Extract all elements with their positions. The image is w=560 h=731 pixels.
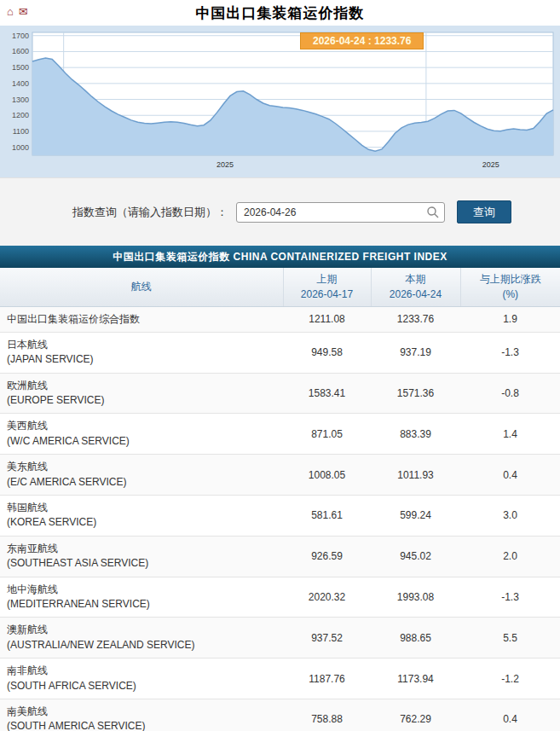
route-name-cell: 美西航线(W/C AMERICA SERVICE) [0, 414, 283, 455]
col-header-change: 与上期比涨跌(%) [460, 268, 560, 306]
table-header-row: 航线 上期2026-04-17 本期2026-04-24 与上期比涨跌(%) [0, 268, 560, 306]
route-name-cell: 欧洲航线(EUROPE SERVICE) [0, 373, 283, 414]
home-icon[interactable]: ⌂ [7, 4, 14, 20]
curr-index-cell: 937.19 [371, 332, 460, 373]
col-header-curr: 本期2026-04-24 [371, 268, 460, 306]
svg-text:1200: 1200 [12, 111, 29, 119]
change-pct-cell: 0.4 [460, 699, 560, 731]
prev-index-cell: 1187.76 [283, 658, 371, 699]
route-name-cell: 澳新航线(AUSTRALIA/NEW ZEALAND SERVICE) [0, 618, 283, 658]
prev-index-cell: 1008.05 [283, 455, 371, 496]
index-query-section: 指数查询（请输入指数日期）： 查询 [0, 177, 560, 246]
prev-index-cell: 758.88 [283, 699, 371, 731]
prev-index-cell: 1211.08 [283, 306, 371, 332]
svg-text:1400: 1400 [12, 79, 29, 88]
table-row: 南美航线(SOUTH AMERICA SERVICE)758.88762.290… [0, 699, 560, 731]
prev-index-cell: 871.05 [283, 414, 371, 455]
change-pct-cell: -1.3 [460, 577, 560, 618]
route-name-cell: 地中海航线(MEDITERRANEAN SERVICE) [0, 577, 283, 618]
curr-index-cell: 945.02 [371, 536, 460, 577]
curr-index-cell: 1011.93 [371, 455, 460, 496]
table-row: 东南亚航线(SOUTHEAST ASIA SERVICE)926.59945.0… [0, 536, 560, 577]
top-left-icons: ⌂ ✉ [7, 4, 28, 20]
route-name-cell: 中国出口集装箱运价综合指数 [0, 306, 283, 332]
table-row: 美西航线(W/C AMERICA SERVICE)871.05883.391.4 [0, 414, 560, 455]
curr-index-cell: 988.65 [371, 618, 460, 658]
prev-index-cell: 937.52 [283, 618, 371, 658]
route-name-cell: 日本航线(JAPAN SERVICE) [0, 332, 283, 373]
table-row: 地中海航线(MEDITERRANEAN SERVICE)2020.321993.… [0, 577, 560, 618]
route-name-cell: 南非航线(SOUTH AFRICA SERVICE) [0, 658, 283, 699]
table-row: 欧洲航线(EUROPE SERVICE)1583.411571.36-0.8 [0, 373, 560, 414]
table-title-banner: 中国出口集装箱运价指数 CHINA CONTAINERIZED FREIGHT … [0, 246, 560, 268]
svg-text:1100: 1100 [13, 127, 29, 136]
date-input-wrap [236, 202, 445, 223]
query-label: 指数查询（请输入指数日期）： [72, 205, 228, 220]
page-title: 中国出口集装箱运价指数 [196, 3, 365, 23]
change-pct-cell: -1.3 [460, 332, 560, 373]
change-pct-cell: 2.0 [460, 536, 560, 577]
change-pct-cell: -1.2 [460, 658, 560, 699]
prev-index-cell: 1583.41 [283, 373, 371, 414]
svg-text:1000: 1000 [12, 143, 29, 152]
svg-text:2025: 2025 [482, 160, 499, 169]
svg-text:1500: 1500 [12, 63, 29, 72]
change-pct-cell: -0.8 [460, 373, 560, 414]
table-row: 日本航线(JAPAN SERVICE)949.58937.19-1.3 [0, 332, 560, 373]
query-button[interactable]: 查询 [457, 200, 511, 223]
change-pct-cell: 1.4 [460, 414, 560, 455]
route-name-cell: 南美航线(SOUTH AMERICA SERVICE) [0, 699, 283, 731]
change-pct-cell: 3.0 [460, 496, 560, 537]
change-pct-cell: 1.9 [460, 306, 560, 332]
chart-tooltip: 2026-04-24 : 1233.76 [300, 32, 424, 49]
route-name-cell: 东南亚航线(SOUTHEAST ASIA SERVICE) [0, 536, 283, 577]
route-name-cell: 韩国航线(KOREA SERVICE) [0, 496, 283, 537]
top-bar: ⌂ ✉ 中国出口集装箱运价指数 [0, 0, 560, 26]
curr-index-cell: 762.29 [371, 699, 460, 731]
freight-index-chart: 1000110012001300140015001600170020252025… [0, 26, 560, 177]
curr-index-cell: 1173.94 [371, 658, 460, 699]
curr-index-cell: 1571.36 [371, 373, 460, 414]
curr-index-cell: 1233.76 [371, 306, 460, 332]
route-name-cell: 美东航线(E/C AMERICA SERVICE) [0, 455, 283, 496]
search-icon[interactable] [426, 206, 440, 219]
change-pct-cell: 5.5 [460, 618, 560, 658]
table-row: 美东航线(E/C AMERICA SERVICE)1008.051011.930… [0, 455, 560, 496]
svg-text:1300: 1300 [12, 96, 29, 104]
prev-index-cell: 2020.32 [283, 577, 371, 618]
table-row: 南非航线(SOUTH AFRICA SERVICE)1187.761173.94… [0, 658, 560, 699]
curr-index-cell: 883.39 [371, 414, 460, 455]
date-input[interactable] [236, 202, 445, 223]
table-row: 澳新航线(AUSTRALIA/NEW ZEALAND SERVICE)937.5… [0, 618, 560, 658]
table-row: 中国出口集装箱运价综合指数1211.081233.761.9 [0, 306, 560, 332]
svg-text:2025: 2025 [216, 160, 234, 169]
freight-table-body: 中国出口集装箱运价综合指数1211.081233.761.9日本航线(JAPAN… [0, 306, 560, 731]
prev-index-cell: 926.59 [283, 536, 371, 577]
change-pct-cell: 0.4 [460, 455, 560, 496]
curr-index-cell: 599.24 [371, 496, 460, 537]
col-header-route: 航线 [0, 268, 283, 306]
svg-text:1600: 1600 [12, 47, 29, 55]
svg-text:1700: 1700 [12, 32, 29, 40]
col-header-prev: 上期2026-04-17 [283, 268, 371, 306]
mail-icon[interactable]: ✉ [19, 4, 28, 20]
curr-index-cell: 1993.08 [371, 577, 460, 618]
freight-index-table: 航线 上期2026-04-17 本期2026-04-24 与上期比涨跌(%) 中… [0, 268, 560, 731]
chart-canvas[interactable]: 1000110012001300140015001600170020252025 [0, 26, 560, 177]
table-row: 韩国航线(KOREA SERVICE)581.61599.243.0 [0, 496, 560, 537]
prev-index-cell: 949.58 [283, 332, 371, 373]
prev-index-cell: 581.61 [283, 496, 371, 537]
